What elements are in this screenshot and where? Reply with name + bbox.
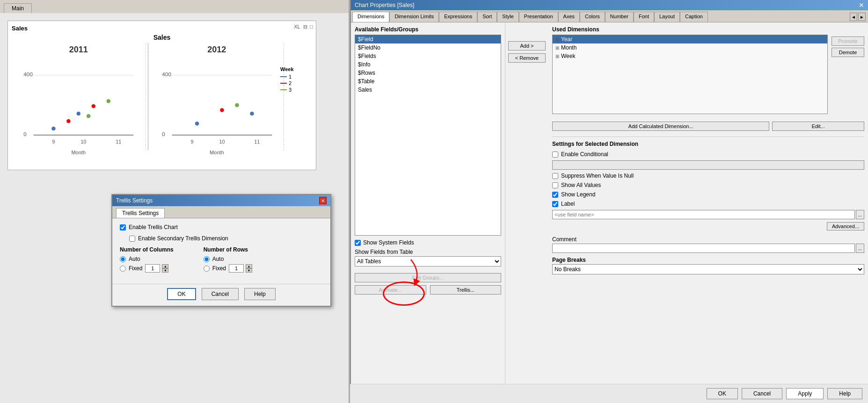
field-item-5[interactable]: $Table [355,77,501,86]
advanced-button[interactable]: Advanced... [827,222,864,230]
rows-fixed-radio[interactable] [204,266,210,272]
show-all-values-checkbox[interactable] [552,182,558,188]
legend-label-3: 3 [289,87,292,93]
tab-number[interactable]: Number [605,12,634,22]
svg-point-7 [92,104,96,108]
tab-style[interactable]: Style [497,12,518,22]
add-button[interactable]: Add > [508,41,546,50]
svg-text:10: 10 [80,139,86,144]
svg-text:11: 11 [254,139,260,144]
field-item-2[interactable]: $Fields [355,52,501,60]
columns-fixed-radio[interactable] [120,266,126,272]
legend-label-2: 2 [289,80,292,86]
main-tab[interactable]: Main [4,3,32,13]
fields-list[interactable]: $Field $FieldNo $Fields $Info $Rows $Tab… [355,35,501,236]
field-item-4[interactable]: $Rows [355,69,501,77]
legend-color-2 [280,83,287,84]
field-item-1[interactable]: $FieldNo [355,43,501,52]
plot-year-2012: 2012 [152,45,282,55]
show-legend-checkbox[interactable] [552,192,558,198]
enable-conditional-checkbox[interactable] [552,151,558,158]
show-all-values-row: Show All Values [552,182,864,188]
edit-groups-button[interactable]: Edit Groups... [355,273,501,282]
properties-panel: Chart Properties [Sales] ✕ Dimensions Di… [350,0,868,403]
dim-item-year[interactable]: ⊞ Year [553,35,827,43]
tab-sort[interactable]: Sort [477,12,497,22]
legend-item-2: 2 [280,80,308,86]
columns-down-arrow[interactable]: ▼ [162,268,168,273]
field-item-0[interactable]: $Field [355,35,501,43]
used-dims-list[interactable]: ⊞ Year ⊞ Month ⊞ Week [552,35,828,114]
trellis-ok-button[interactable]: OK [167,288,196,300]
panel-close-button[interactable]: ✕ [859,1,864,9]
show-system-fields-label: Show System Fields [363,239,414,246]
tab-expressions[interactable]: Expressions [439,12,477,22]
rows-auto-radio[interactable] [204,256,210,262]
tab-dimensions[interactable]: Dimensions [352,12,389,22]
trellis-button[interactable]: Trellis... [430,285,502,295]
show-system-fields-checkbox[interactable] [355,240,361,246]
animate-button[interactable]: Animate... [355,285,426,295]
rows-up-arrow[interactable]: ▲ [246,264,252,268]
trellis-cancel-button[interactable]: Cancel [202,288,239,300]
dim-item-month[interactable]: ⊞ Month [553,43,827,52]
svg-text:400: 400 [162,71,171,77]
panel-footer: OK Cancel Apply Help [350,384,868,403]
field-item-6[interactable]: Sales [355,86,501,94]
suppress-null-label: Suppress When Value Is Null [561,173,634,179]
comment-input[interactable] [552,244,855,253]
tab-presentation[interactable]: Presentation [519,12,558,22]
tab-layout[interactable]: Layout [654,12,680,22]
svg-text:10: 10 [219,139,225,144]
label-browse-button[interactable]: ... [856,210,864,219]
footer-help-button[interactable]: Help [827,388,862,399]
tab-font[interactable]: Font [634,12,654,22]
columns-auto-radio[interactable] [120,256,126,262]
columns-label: Number of Columns [120,246,174,253]
nav-left-arrow[interactable]: ◄ [850,13,857,21]
trellis-help-button[interactable]: Help [244,288,276,300]
footer-cancel-button[interactable]: Cancel [742,388,782,399]
promote-button[interactable]: Promote [832,36,864,46]
dim-expand-week: ⊞ [555,54,559,59]
svg-text:9: 9 [190,139,193,144]
svg-point-6 [66,119,71,123]
add-calc-row: Add Calculated Dimension... Edit... [552,122,864,131]
dim-item-week[interactable]: ⊞ Week [553,52,827,60]
spinner-group: Number of Columns Auto Fixed ▲ ▼ [120,246,323,274]
tab-colors[interactable]: Colors [580,12,605,22]
tab-axes[interactable]: Axes [558,12,580,22]
columns-spinner-input[interactable] [145,264,160,273]
chart-svg-2012: 400 0 9 10 11 [152,64,282,148]
columns-up-arrow[interactable]: ▲ [162,264,168,268]
mid-buttons-area: Add > < Remove [505,22,548,383]
chart-inner-title: Sales [12,34,312,41]
chart-svg-2011: 400 0 [14,64,144,148]
columns-fixed-label: Fixed [129,265,142,272]
suppress-null-checkbox[interactable] [552,173,558,179]
footer-apply-button[interactable]: Apply [786,388,824,399]
nav-right-arrow[interactable]: ► [858,13,866,21]
edit-button[interactable]: Edit... [772,122,864,131]
page-breaks-dropdown[interactable]: No Breaks [552,264,864,274]
footer-ok-button[interactable]: OK [707,388,738,399]
remove-button[interactable]: < Remove [508,53,546,63]
show-fields-dropdown[interactable]: All Tables [355,256,501,266]
rows-down-arrow[interactable]: ▼ [246,268,252,273]
tab-dimension-limits[interactable]: Dimension Limits [389,12,439,22]
enable-trellis-checkbox[interactable] [120,224,126,230]
label-input[interactable] [552,210,855,219]
conditional-input[interactable] [552,160,864,170]
show-fields-label: Show Fields from Table [355,249,501,255]
label-checkbox[interactable] [552,201,558,207]
enable-secondary-checkbox[interactable] [129,236,135,242]
legend-item-3: 3 [280,87,308,93]
trellis-close-button[interactable]: ✕ [319,197,327,204]
field-item-3[interactable]: $Info [355,60,501,69]
comment-browse-button[interactable]: ... [856,244,864,253]
trellis-tab[interactable]: Trellis Settings [116,208,165,218]
tab-caption[interactable]: Caption [680,12,708,22]
add-calc-dim-button[interactable]: Add Calculated Dimension... [552,122,769,131]
demote-button[interactable]: Demote [832,48,864,57]
rows-spinner-input[interactable] [229,264,244,273]
